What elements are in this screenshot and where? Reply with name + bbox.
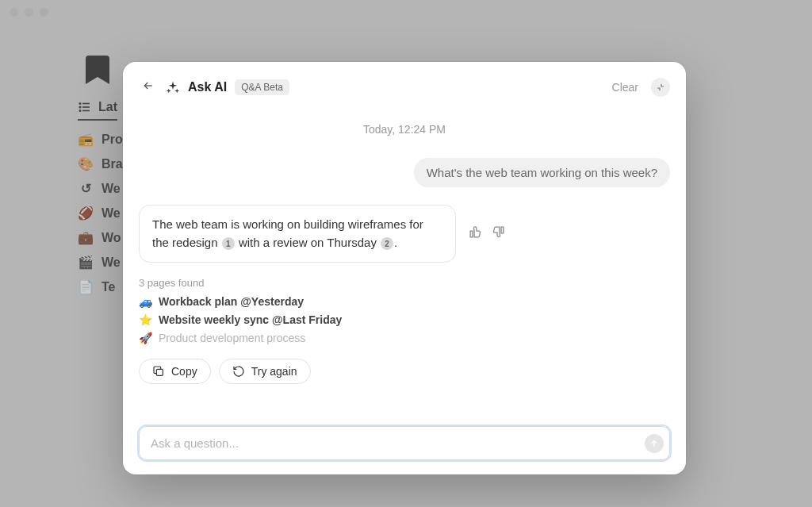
ai-response-row: The web team is working on building wire… <box>139 205 670 263</box>
source-title: Workback plan @Yesterday <box>159 295 304 308</box>
clear-button[interactable]: Clear <box>612 81 638 94</box>
thumbs-up-icon <box>469 225 482 239</box>
try-again-label: Try again <box>251 365 297 378</box>
modal-title: Ask AI <box>188 80 227 94</box>
ai-message-text: with a review on Thursday <box>239 236 377 249</box>
copy-button[interactable]: Copy <box>139 359 211 384</box>
try-again-button[interactable]: Try again <box>219 359 311 384</box>
citation-1[interactable]: 1 <box>222 237 235 250</box>
collapse-icon <box>656 83 665 92</box>
ask-input-container <box>139 426 670 460</box>
chat-timestamp: Today, 12:24 PM <box>139 123 670 136</box>
user-message: What's the web team working on this week… <box>414 158 670 187</box>
source-item[interactable]: 🚙 Workback plan @Yesterday <box>139 295 670 308</box>
thumbs-down-button[interactable] <box>490 224 507 243</box>
svg-rect-7 <box>156 369 163 375</box>
source-title: Product development process <box>159 332 305 344</box>
copy-label: Copy <box>171 365 197 378</box>
send-button[interactable] <box>645 434 664 453</box>
arrow-up-icon <box>649 439 659 448</box>
back-button[interactable] <box>139 76 158 98</box>
ai-message: The web team is working on building wire… <box>139 205 456 263</box>
retry-icon <box>232 365 245 378</box>
collapse-button[interactable] <box>651 78 670 97</box>
modal-header: Ask AI Q&A Beta Clear <box>139 76 670 98</box>
source-item[interactable]: 🚀 Product development process <box>139 332 670 344</box>
response-actions: Copy Try again <box>139 359 670 384</box>
source-title: Website weekly sync @Last Friday <box>159 313 342 326</box>
feedback-buttons <box>467 224 507 243</box>
citation-2[interactable]: 2 <box>381 237 393 250</box>
source-emoji-icon: 🚙 <box>139 295 152 308</box>
source-item[interactable]: ⭐ Website weekly sync @Last Friday <box>139 313 670 326</box>
thumbs-up-button[interactable] <box>467 224 484 243</box>
chat-area: Today, 12:24 PM What's the web team work… <box>139 98 670 415</box>
sparkle-icon <box>166 80 180 94</box>
sources-list: 🚙 Workback plan @Yesterday ⭐ Website wee… <box>139 295 670 344</box>
source-emoji-icon: 🚀 <box>139 332 152 344</box>
beta-badge: Q&A Beta <box>235 79 289 95</box>
copy-icon <box>152 365 165 378</box>
source-emoji-icon: ⭐ <box>139 313 152 326</box>
ask-input[interactable] <box>139 426 670 460</box>
ask-ai-modal: Ask AI Q&A Beta Clear Today, 12:24 PM Wh… <box>123 62 686 474</box>
thumbs-down-icon <box>492 225 505 239</box>
arrow-left-icon <box>142 79 155 92</box>
sources-count: 3 pages found <box>139 277 670 289</box>
